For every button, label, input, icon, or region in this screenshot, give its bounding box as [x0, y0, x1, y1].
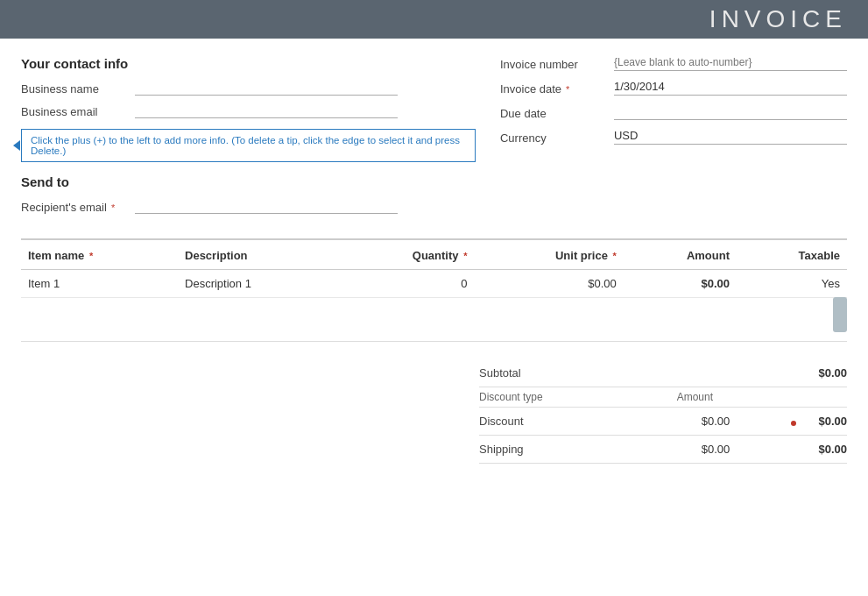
business-name-row: Business name — [21, 80, 476, 96]
discount-row: Discount $0.00 $0.00 — [479, 408, 847, 436]
shipping-label: Shipping — [479, 443, 637, 456]
invoice-date-row: Invoice date * — [500, 80, 847, 96]
contact-section: Your contact info Business name Business… — [21, 56, 476, 221]
scroll-handle[interactable] — [833, 297, 847, 332]
invoice-number-label: Invoice number — [500, 58, 614, 71]
unit-price-star: * — [613, 251, 617, 261]
red-dot-indicator — [791, 421, 796, 426]
tooltip-box: Click the plus (+) to the left to add mo… — [21, 129, 476, 162]
tooltip-text: Click the plus (+) to the left to add mo… — [31, 135, 460, 156]
tooltip-arrow — [13, 140, 20, 151]
business-email-input[interactable] — [135, 103, 398, 118]
invoice-number-input[interactable] — [614, 56, 847, 71]
invoice-date-star: * — [563, 84, 569, 95]
discount-type-header-row: Discount type Amount — [479, 387, 847, 408]
recipient-email-row: Recipient's email * — [21, 198, 476, 214]
discount-total: $0.00 — [794, 415, 847, 428]
col-header-unit-price: Unit price * — [474, 240, 623, 270]
cell-taxable[interactable]: Yes — [737, 270, 847, 298]
qty-star: * — [463, 251, 467, 261]
recipient-email-input[interactable] — [135, 198, 398, 214]
currency-row: Currency — [500, 129, 847, 145]
invoice-details-section: Invoice number Invoice date * Due date C… — [500, 56, 847, 221]
invoice-date-label: Invoice date * — [500, 82, 614, 96]
send-to-section: Send to Recipient's email * — [21, 174, 476, 214]
invoice-table-section: Item name * Description Quantity * Unit … — [21, 238, 847, 342]
totals-section: Subtotal $0.00 Discount type Amount Disc… — [0, 359, 868, 485]
due-date-row: Due date — [500, 104, 847, 120]
due-date-input[interactable] — [614, 104, 847, 120]
cell-quantity[interactable]: 0 — [337, 270, 474, 298]
recipient-email-label: Recipient's email * — [21, 201, 135, 214]
cell-amount: $0.00 — [624, 270, 737, 298]
shipping-amount[interactable]: $0.00 — [637, 443, 794, 456]
discount-amount[interactable]: $0.00 — [637, 415, 794, 428]
invoice-table: Item name * Description Quantity * Unit … — [21, 240, 847, 342]
business-name-input[interactable] — [135, 80, 398, 96]
recipient-required-star: * — [109, 202, 115, 213]
discount-type-header-label: Discount type — [479, 391, 543, 403]
col-header-description: Description — [178, 240, 337, 270]
totals-table: Subtotal $0.00 Discount type Amount Disc… — [479, 359, 847, 464]
invoice-title: INVOICE — [709, 5, 847, 33]
subtotal-row: Subtotal $0.00 — [479, 359, 847, 387]
subtotal-label: Subtotal — [479, 366, 521, 380]
col-header-amount: Amount — [624, 240, 737, 270]
shipping-row: Shipping $0.00 $0.00 — [479, 436, 847, 464]
due-date-label: Due date — [500, 107, 614, 120]
shipping-total: $0.00 — [794, 443, 847, 456]
invoice-date-input[interactable] — [614, 80, 847, 96]
discount-amount-header-label: Amount — [677, 391, 713, 403]
cell-item-name[interactable]: Item 1 — [21, 270, 178, 298]
cell-description[interactable]: Description 1 — [178, 270, 337, 298]
col-header-quantity: Quantity * — [337, 240, 474, 270]
item-name-star: * — [89, 251, 93, 261]
currency-input[interactable] — [614, 129, 847, 145]
discount-label: Discount — [479, 415, 637, 428]
invoice-number-row: Invoice number — [500, 56, 847, 71]
currency-label: Currency — [500, 131, 614, 145]
business-name-label: Business name — [21, 82, 135, 96]
subtotal-value: $0.00 — [818, 366, 847, 380]
cell-unit-price[interactable]: $0.00 — [474, 270, 623, 298]
col-header-taxable: Taxable — [737, 240, 847, 270]
business-email-label: Business email — [21, 105, 135, 118]
contact-title: Your contact info — [21, 56, 476, 71]
business-email-row: Business email — [21, 103, 476, 118]
table-row: Item 1 Description 1 0 $0.00 $0.00 Yes — [21, 270, 847, 298]
send-to-title: Send to — [21, 174, 476, 189]
col-header-item-name: Item name * — [21, 240, 178, 270]
invoice-header: INVOICE — [0, 0, 868, 39]
table-empty-row — [21, 298, 847, 342]
table-header-row: Item name * Description Quantity * Unit … — [21, 240, 847, 270]
